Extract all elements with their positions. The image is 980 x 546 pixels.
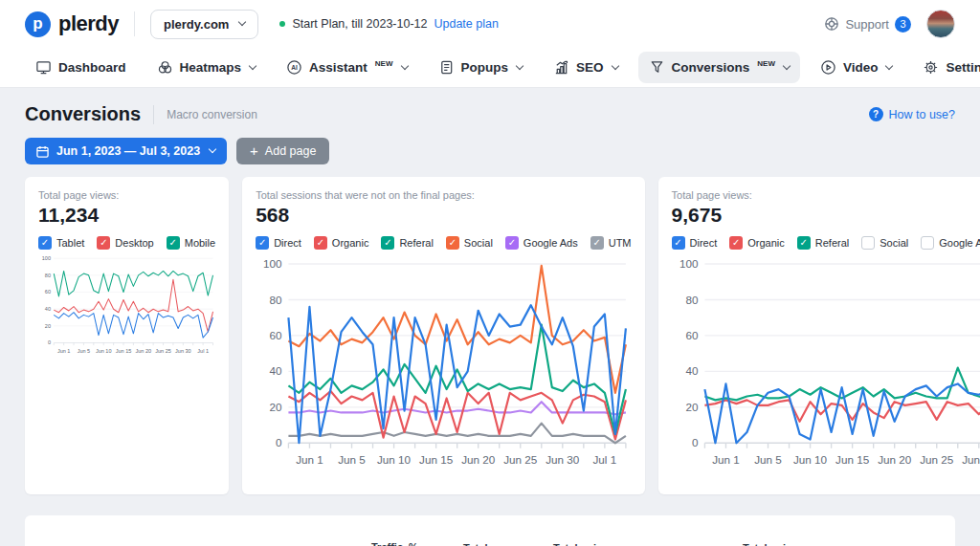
- svg-text:Jun 25: Jun 25: [155, 348, 171, 354]
- svg-text:Jun 15: Jun 15: [835, 453, 870, 466]
- legend-item-organic[interactable]: ✓Organic: [314, 236, 369, 250]
- column-header-total-page-views[interactable]: Total page views↑↓: [463, 541, 553, 546]
- svg-text:Jun 1: Jun 1: [712, 453, 740, 466]
- svg-text:20: 20: [685, 401, 699, 413]
- nav-item-label: SEO: [576, 60, 604, 75]
- chart-legend: ✓Direct✓Organic✓ReferalSocialGoogle AdsU…: [672, 236, 980, 250]
- checkbox-checked-icon[interactable]: ✓: [446, 236, 459, 250]
- nav-item-conversions[interactable]: ConversionsNEW: [638, 52, 800, 83]
- legend-label: Direct: [690, 237, 718, 249]
- line-chart: 020406080100Jun 1Jun 5Jun 10Jun 15Jun 20…: [38, 253, 215, 363]
- video-icon: [820, 59, 836, 76]
- checkbox-checked-icon[interactable]: ✓: [381, 236, 394, 250]
- date-range-value: Jun 1, 2023 — Jul 3, 2023: [56, 144, 200, 158]
- chevron-down-icon: [249, 61, 256, 69]
- support-button[interactable]: Support 3: [824, 16, 911, 33]
- svg-text:60: 60: [45, 289, 51, 295]
- nav-item-popups[interactable]: Popups: [428, 52, 534, 83]
- legend-label: Mobile: [185, 237, 215, 249]
- checkbox-unchecked-icon[interactable]: [861, 236, 875, 250]
- series-tablet: [54, 313, 212, 339]
- checkbox-checked-icon[interactable]: ✓: [38, 236, 52, 250]
- gear-icon: [923, 59, 939, 76]
- update-plan-link[interactable]: Update plan: [434, 17, 498, 31]
- svg-text:Jun 30: Jun 30: [175, 348, 191, 354]
- avatar[interactable]: [926, 10, 955, 38]
- column-header-text: Traffic, %: [371, 540, 420, 546]
- new-badge: NEW: [757, 59, 775, 68]
- checkbox-checked-icon[interactable]: ✓: [672, 236, 685, 250]
- chevron-down-icon: [516, 61, 523, 69]
- checkbox-checked-icon[interactable]: ✓: [314, 236, 327, 250]
- divider: [153, 105, 154, 124]
- legend-label: Social: [464, 237, 493, 249]
- card-value: 9,675: [672, 204, 980, 227]
- checkbox-checked-icon[interactable]: ✓: [167, 236, 180, 250]
- support-label: Support: [845, 17, 889, 32]
- svg-text:Jun 10: Jun 10: [96, 348, 112, 354]
- page-subtitle: Macro conversion: [167, 108, 257, 121]
- funnel-icon: [649, 59, 665, 76]
- nav-item-heatmaps[interactable]: Heatmaps: [146, 52, 267, 83]
- svg-text:100: 100: [263, 257, 282, 270]
- checkbox-checked-icon[interactable]: ✓: [729, 236, 743, 250]
- column-header-label: Traffic, %//: [371, 540, 420, 546]
- calendar-icon: [36, 145, 49, 158]
- brand-name: plerdy: [58, 11, 119, 36]
- checkbox-checked-icon[interactable]: ✓: [505, 236, 519, 250]
- plan-status-dot: [279, 21, 285, 27]
- card-value: 568: [256, 204, 631, 227]
- legend-label: Referal: [815, 237, 849, 249]
- add-page-button[interactable]: + Add page: [236, 138, 329, 164]
- legend-item-social[interactable]: ✓Social: [446, 236, 493, 250]
- legend-item-referal[interactable]: ✓Referal: [797, 236, 849, 250]
- column-header-total-unique-clicks[interactable]: Total unique clicks↑↓: [743, 541, 836, 546]
- nav-item-label: Settings: [946, 60, 980, 75]
- legend-item-google-ads[interactable]: ✓Google Ads: [505, 236, 578, 250]
- nav-item-video[interactable]: Video: [810, 52, 903, 83]
- card-label: Total page views:: [38, 189, 215, 201]
- legend-item-social[interactable]: Social: [861, 236, 908, 250]
- domain-selector[interactable]: plerdy.com: [150, 10, 258, 39]
- legend-item-tablet[interactable]: ✓Tablet: [38, 236, 84, 250]
- checkbox-checked-icon[interactable]: ✓: [797, 236, 811, 250]
- legend-item-mobile[interactable]: ✓Mobile: [167, 236, 215, 250]
- legend-item-direct[interactable]: ✓Direct: [672, 236, 718, 250]
- legend-item-direct[interactable]: ✓Direct: [256, 236, 301, 250]
- column-header-text: Total unique clicks: [743, 541, 825, 546]
- metric-card: Total page views:11,234✓Tablet✓Desktop✓M…: [25, 177, 229, 494]
- checkbox-unchecked-icon[interactable]: [921, 236, 934, 250]
- card-label: Total page views:: [672, 189, 980, 201]
- table-header: Page URLReportTraffic, %//Total page vie…: [48, 521, 932, 546]
- svg-text:0: 0: [692, 436, 699, 448]
- checkbox-checked-icon[interactable]: ✓: [256, 236, 269, 250]
- svg-text:Jun 30: Jun 30: [546, 453, 580, 466]
- series-organic: [704, 400, 980, 423]
- how-to-use-link[interactable]: ? How to use?: [869, 107, 955, 121]
- svg-text:Jun 10: Jun 10: [377, 453, 412, 466]
- series-mobile: [54, 271, 212, 296]
- nav-item-assistant[interactable]: AIAssistantNEW: [276, 52, 417, 83]
- column-header-total-unique-page-views[interactable]: Total unique page views↑↓: [553, 541, 649, 546]
- legend-item-desktop[interactable]: ✓Desktop: [97, 236, 153, 250]
- series-direct: [704, 383, 980, 443]
- svg-text:Jun 20: Jun 20: [461, 453, 496, 466]
- nav-item-dashboard[interactable]: Dashboard: [25, 52, 137, 83]
- legend-item-google-ads[interactable]: Google Ads: [921, 236, 980, 250]
- nav-item-settings[interactable]: Settings: [912, 52, 980, 83]
- date-range-picker[interactable]: Jun 1, 2023 — Jul 3, 2023: [25, 138, 227, 164]
- how-to-use-label: How to use?: [889, 108, 955, 121]
- plerdy-logo[interactable]: p plerdy: [25, 11, 119, 37]
- series-desktop: [54, 279, 212, 332]
- page-head: Conversions Macro conversion ? How to us…: [25, 103, 955, 125]
- card-label: Total sessions that were not on the fina…: [256, 189, 631, 201]
- nav-item-seo[interactable]: SEO: [543, 52, 629, 83]
- legend-item-organic[interactable]: ✓Organic: [729, 236, 785, 250]
- checkbox-checked-icon[interactable]: ✓: [97, 236, 110, 250]
- svg-text:20: 20: [270, 401, 283, 413]
- legend-item-utm[interactable]: ✓UTM: [590, 236, 632, 250]
- checkbox-checked-icon[interactable]: ✓: [590, 236, 604, 250]
- svg-text:Jun 5: Jun 5: [78, 348, 91, 354]
- legend-item-referal[interactable]: ✓Referal: [381, 236, 433, 250]
- legend-label: Google Ads: [939, 237, 980, 249]
